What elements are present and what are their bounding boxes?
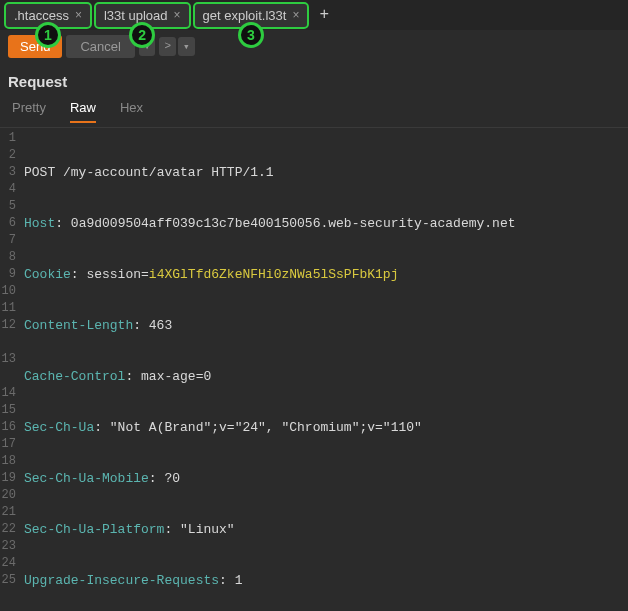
tab-label: l33t upload <box>104 8 168 23</box>
tab-bar: .htaccess × 1 l33t upload × 2 get exploi… <box>0 0 628 30</box>
step-badge: 3 <box>238 22 264 48</box>
tab-label: get exploit.l33t <box>203 8 287 23</box>
tab-raw[interactable]: Raw <box>70 96 96 123</box>
forward-button[interactable]: > <box>159 37 176 56</box>
close-icon[interactable]: × <box>75 8 82 22</box>
code-area[interactable]: POST /my-account/avatar HTTP/1.1 Host: 0… <box>20 128 628 607</box>
tab-pretty[interactable]: Pretty <box>12 96 46 123</box>
cancel-button[interactable]: Cancel <box>66 35 134 58</box>
close-icon[interactable]: × <box>174 8 181 22</box>
forward-group: > ▾ <box>159 37 194 56</box>
toolbar: Send Cancel ▾ > ▾ <box>0 30 628 63</box>
step-badge: 2 <box>129 22 155 48</box>
tab-l33t-upload[interactable]: l33t upload × 2 <box>96 4 189 27</box>
tab-label: .htaccess <box>14 8 69 23</box>
chevron-down-icon[interactable]: ▾ <box>178 37 195 56</box>
request-editor[interactable]: 1234567891011121314151617181920212223242… <box>0 128 628 607</box>
step-badge: 1 <box>35 22 61 48</box>
section-title: Request <box>0 63 628 96</box>
tab-get-exploit[interactable]: get exploit.l33t × 3 <box>195 4 308 27</box>
add-tab-button[interactable]: + <box>313 4 335 26</box>
tab-hex[interactable]: Hex <box>120 96 143 123</box>
view-tabs: Pretty Raw Hex <box>0 96 628 128</box>
tab-htaccess[interactable]: .htaccess × 1 <box>6 4 90 27</box>
line-gutter: 1234567891011121314151617181920212223242… <box>0 128 20 607</box>
close-icon[interactable]: × <box>292 8 299 22</box>
